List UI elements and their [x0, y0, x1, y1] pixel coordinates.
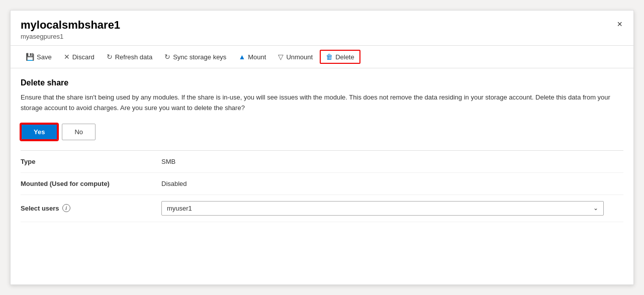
field-value-mounted: Disabled	[161, 180, 623, 187]
panel-content: Delete share Ensure that the share isn't…	[11, 68, 633, 222]
discard-button[interactable]: ✕ Discard	[59, 50, 100, 64]
chevron-down-icon: ⌄	[593, 205, 598, 212]
refresh-icon: ↻	[107, 53, 113, 61]
select-users-value: myuser1	[167, 205, 192, 212]
sync-icon: ↻	[164, 53, 170, 61]
delete-icon: 🗑	[326, 53, 333, 61]
info-icon[interactable]: i	[62, 204, 70, 212]
save-icon: 💾	[26, 53, 34, 61]
delete-button[interactable]: 🗑 Delete	[320, 50, 360, 64]
confirm-buttons: Yes No	[21, 124, 623, 140]
field-row-select-users: Select users i myuser1 ⌄	[21, 195, 623, 222]
field-value-select-users: myuser1 ⌄	[161, 201, 623, 216]
panel-title: mylocalsmbshare1	[21, 19, 623, 32]
mount-button[interactable]: ▲ Mount	[233, 50, 271, 64]
discard-icon: ✕	[64, 53, 70, 61]
save-button[interactable]: 💾 Save	[21, 50, 57, 64]
delete-share-description: Ensure that the share isn't being used b…	[21, 92, 623, 114]
field-label-mounted: Mounted (Used for compute)	[21, 180, 161, 187]
mount-icon: ▲	[238, 53, 245, 61]
close-button[interactable]: ×	[613, 18, 626, 31]
refresh-button[interactable]: ↻ Refresh data	[102, 50, 157, 64]
select-users-dropdown[interactable]: myuser1 ⌄	[161, 201, 604, 216]
fields-section: Type SMB Mounted (Used for compute) Disa…	[21, 150, 623, 222]
field-value-type: SMB	[161, 158, 623, 165]
delete-share-section: Delete share Ensure that the share isn't…	[21, 78, 623, 140]
panel: mylocalsmbshare1 myasegpures1 × 💾 Save ✕…	[10, 10, 634, 285]
unmount-icon: ▽	[278, 53, 284, 61]
yes-button[interactable]: Yes	[21, 124, 58, 140]
panel-subtitle: myasegpures1	[21, 33, 623, 40]
sync-button[interactable]: ↻ Sync storage keys	[159, 50, 231, 64]
delete-share-title: Delete share	[21, 78, 623, 87]
field-row-mounted: Mounted (Used for compute) Disabled	[21, 173, 623, 195]
field-label-select-users: Select users i	[21, 204, 161, 212]
field-label-type: Type	[21, 158, 161, 165]
no-button[interactable]: No	[62, 124, 96, 140]
toolbar: 💾 Save ✕ Discard ↻ Refresh data ↻ Sync s…	[11, 45, 633, 68]
panel-header: mylocalsmbshare1 myasegpures1	[11, 11, 633, 40]
field-row-type: Type SMB	[21, 151, 623, 173]
unmount-button[interactable]: ▽ Unmount	[273, 50, 318, 64]
